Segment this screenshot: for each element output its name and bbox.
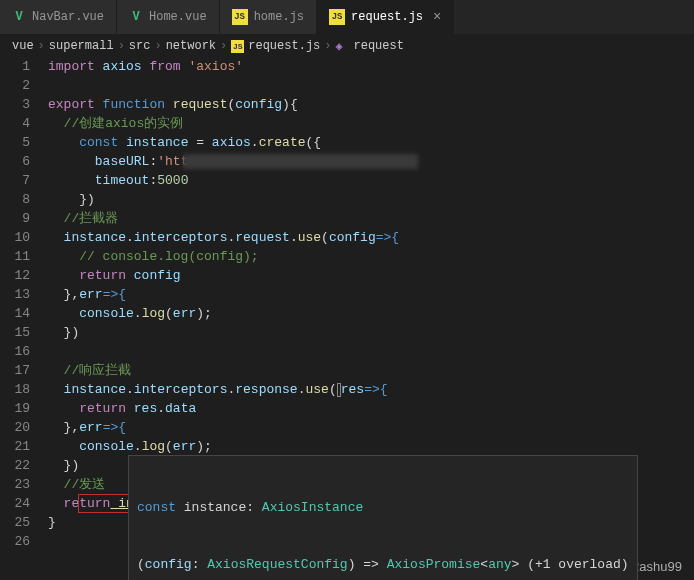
tab-home-vue[interactable]: V Home.vue: [117, 0, 220, 34]
blurred-region: [183, 154, 418, 169]
vue-icon: V: [12, 10, 26, 24]
tab-label: request.js: [351, 10, 423, 24]
code-content[interactable]: import axios from 'axios' export functio…: [48, 57, 694, 551]
breadcrumb-item[interactable]: vue: [12, 39, 34, 53]
js-icon: JS: [231, 40, 244, 53]
close-icon[interactable]: ×: [433, 9, 441, 25]
breadcrumb-item[interactable]: network: [166, 39, 216, 53]
tab-label: NavBar.vue: [32, 10, 104, 24]
breadcrumb-item[interactable]: src: [129, 39, 151, 53]
tab-navbar[interactable]: V NavBar.vue: [0, 0, 117, 34]
code-editor[interactable]: 1234567891011121314151617181920212223242…: [0, 57, 694, 551]
vue-icon: V: [129, 10, 143, 24]
breadcrumb: vue› supermall› src› network› JS request…: [0, 35, 694, 57]
tab-label: Home.vue: [149, 10, 207, 24]
tab-home-js[interactable]: JS home.js: [220, 0, 317, 34]
intellisense-tooltip: const instance: AxiosInstance (config: A…: [128, 455, 638, 580]
cube-icon: ◈: [335, 39, 349, 53]
breadcrumb-item[interactable]: request: [353, 39, 403, 53]
tab-bar: V NavBar.vue V Home.vue JS home.js JS re…: [0, 0, 694, 35]
js-icon: JS: [232, 9, 248, 25]
breadcrumb-item[interactable]: request.js: [248, 39, 320, 53]
breadcrumb-item[interactable]: supermall: [49, 39, 114, 53]
tab-request-js[interactable]: JS request.js ×: [317, 0, 454, 34]
tab-label: home.js: [254, 10, 304, 24]
line-gutter: 1234567891011121314151617181920212223242…: [0, 57, 48, 551]
js-icon: JS: [329, 9, 345, 25]
